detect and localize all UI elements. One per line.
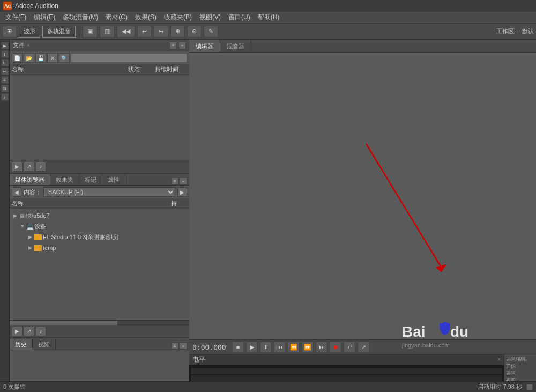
- left-icon-2[interactable]: I: [1, 50, 9, 58]
- expand-icon-shortcuts: ▶: [12, 212, 18, 219]
- transport-stop-btn[interactable]: ■: [232, 342, 244, 352]
- tree-item-devices[interactable]: ▼ 💻 设备: [10, 221, 189, 232]
- menu-window[interactable]: 窗口(U): [225, 12, 254, 23]
- menu-favorites[interactable]: 收藏夹(B): [161, 12, 195, 23]
- menu-help[interactable]: 帮助(H): [255, 12, 283, 23]
- media-panel-menu-btn[interactable]: ≡: [171, 177, 178, 185]
- file-list-area[interactable]: [10, 75, 189, 160]
- media-expand-btn[interactable]: ◀: [12, 187, 21, 197]
- file-export-btn[interactable]: ↗: [24, 162, 34, 172]
- media-panel-bottom: ▶ ↗ ♪: [10, 324, 189, 337]
- left-icon-1[interactable]: ▶: [1, 42, 9, 49]
- left-panel: 文件 × ≡ × 📄 📂 💾 ✕ 🔍 名称 状态 持续时间: [10, 40, 189, 392]
- toolbar-btn-8[interactable]: ⊗: [187, 26, 202, 38]
- file-info-btn[interactable]: ♪: [35, 162, 46, 172]
- menu-view[interactable]: 视图(V): [196, 12, 224, 23]
- file-close-btn[interactable]: ✕: [47, 53, 58, 63]
- left-icon-3[interactable]: E: [1, 59, 9, 66]
- menu-multitrack[interactable]: 多轨混音(M): [59, 12, 101, 23]
- col-duration-label: 持续时间: [155, 65, 187, 73]
- menu-clip[interactable]: 素材(C): [102, 12, 131, 23]
- file-list-header: 名称 状态 持续时间: [10, 64, 189, 75]
- file-panel-bottom: ▶ ↗ ♪: [10, 160, 189, 173]
- media-vol-btn[interactable]: ♪: [35, 327, 46, 336]
- media-import-btn[interactable]: ↗: [24, 327, 34, 336]
- app-title: Adobe Audition: [15, 2, 58, 10]
- history-tab-video[interactable]: 视频: [33, 339, 56, 350]
- media-toolbar: ◀ 内容： BACKUP (F:) ▶: [10, 186, 189, 198]
- menu-effects[interactable]: 效果(S): [132, 12, 160, 23]
- transport-to-end-btn[interactable]: ⏭: [316, 342, 327, 352]
- toolbar-btn-3[interactable]: ▥: [100, 26, 115, 38]
- toolbar-btn-6[interactable]: ↪: [154, 26, 168, 38]
- file-panel-close-btn[interactable]: ×: [178, 42, 186, 49]
- media-play-btn[interactable]: ▶: [12, 327, 23, 336]
- tree-item-flstudio[interactable]: ▶ FL Studio 11.0.3[亲测兼容版]: [10, 232, 189, 242]
- transport-pause-btn[interactable]: ⏸: [260, 342, 272, 352]
- media-col-name: 名称: [12, 199, 171, 208]
- level-header: 电平 ×: [189, 354, 504, 365]
- history-tab-history[interactable]: 历史: [10, 339, 33, 350]
- left-icon-7[interactable]: ♪: [1, 93, 9, 101]
- transport-to-start-btn[interactable]: ⏮: [274, 342, 286, 352]
- time-display: 0:00.000: [192, 343, 230, 351]
- media-tab-properties[interactable]: 属性: [102, 174, 125, 185]
- tree-item-shortcuts[interactable]: ▶ 🖥 快\u5de7: [10, 210, 189, 221]
- history-panel-controls: ≡ ×: [171, 342, 189, 350]
- expand-icon-temp: ▶: [27, 245, 33, 251]
- media-nav-btn[interactable]: ▶: [177, 187, 187, 197]
- left-icon-bar: ▶ I E ↩ ≡ ⊡ ♪: [0, 40, 10, 392]
- left-icon-5[interactable]: ≡: [1, 76, 9, 84]
- file-search-icon: 🔍: [59, 53, 70, 63]
- media-list-header: 名称 持: [10, 198, 189, 209]
- transport-record-btn[interactable]: ⏺: [330, 342, 341, 352]
- history-panel-close-btn[interactable]: ×: [180, 342, 187, 350]
- folder-icon-temp: [34, 245, 42, 251]
- media-tab-browser[interactable]: 媒体浏览器: [10, 174, 50, 185]
- toolbar-icon-1[interactable]: ⊞: [2, 26, 17, 38]
- meter-bar-left: [191, 368, 502, 374]
- undo-count: 0 次撤销: [3, 383, 26, 391]
- transport-play-btn[interactable]: ▶: [246, 342, 258, 352]
- left-icon-4[interactable]: ↩: [1, 68, 9, 75]
- history-panel-menu-btn[interactable]: ≡: [171, 342, 178, 350]
- transport-skip-btn[interactable]: ↗: [358, 342, 369, 352]
- file-new-btn[interactable]: 📄: [12, 53, 23, 63]
- file-panel-title: 文件 ×: [13, 41, 30, 49]
- transport-fast-forward-btn[interactable]: ⏩: [302, 342, 314, 352]
- app-icon: Au: [3, 2, 12, 10]
- toolbar-sep-1: [79, 26, 79, 37]
- toolbar-waveform-btn[interactable]: 波形: [19, 26, 40, 38]
- toolbar-multitrack-btn[interactable]: 多轨混音: [42, 26, 76, 38]
- media-panel-close-btn[interactable]: ×: [180, 177, 187, 185]
- file-play-btn[interactable]: ▶: [12, 162, 23, 172]
- svg-line-0: [366, 144, 441, 267]
- media-panel-tabs: 媒体浏览器 效果夹 标记 属性 ≡ ×: [10, 174, 189, 186]
- file-search-input[interactable]: [71, 53, 187, 63]
- transport-loop-btn[interactable]: ↩: [344, 342, 355, 352]
- media-scrollbar[interactable]: [10, 320, 189, 324]
- file-open-btn[interactable]: 📂: [24, 53, 34, 63]
- path-selector[interactable]: BACKUP (F:): [43, 187, 175, 197]
- editor-tab-editor[interactable]: 编辑器: [189, 40, 220, 52]
- toolbar-btn-9[interactable]: ✎: [204, 26, 218, 38]
- toolbar-btn-4[interactable]: ◀◀: [117, 26, 135, 38]
- toolbar-btn-5[interactable]: ↩: [137, 26, 152, 38]
- status-right: 启动用时 7.98 秒: [478, 383, 533, 391]
- transport-rewind-btn[interactable]: ⏪: [288, 342, 300, 352]
- left-icon-6[interactable]: ⊡: [1, 85, 9, 92]
- menu-file[interactable]: 文件(F): [2, 12, 29, 23]
- file-panel-menu-btn[interactable]: ≡: [169, 42, 177, 49]
- media-tab-effects[interactable]: 效果夹: [50, 174, 79, 185]
- file-save-btn[interactable]: 💾: [35, 53, 46, 63]
- menu-edit[interactable]: 编辑(E): [31, 12, 58, 23]
- svg-marker-1: [436, 264, 446, 272]
- status-indicator: [526, 384, 533, 390]
- toolbar-btn-2[interactable]: ▣: [83, 26, 98, 38]
- col-name-label: 名称: [12, 65, 128, 73]
- tree-item-temp[interactable]: ▶ temp: [10, 242, 189, 253]
- toolbar-btn-7[interactable]: ⊕: [170, 26, 185, 38]
- editor-tab-mixer[interactable]: 混音器: [220, 40, 251, 52]
- media-tab-markers[interactable]: 标记: [79, 174, 102, 185]
- file-panel-controls: ≡ ×: [169, 42, 186, 49]
